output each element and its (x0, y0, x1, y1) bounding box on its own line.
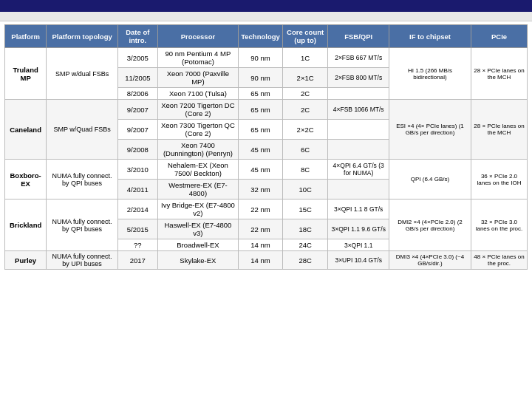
column-header: PCIe (471, 25, 528, 48)
column-header: FSB/QPI (328, 25, 389, 48)
date-cell: 9/2007 (117, 120, 157, 140)
tech-cell: 90 nm (239, 48, 283, 68)
fsb-cell (328, 120, 389, 140)
cores-cell: 10C (282, 180, 328, 200)
date-cell: 4/2011 (117, 180, 157, 200)
processor-cell: Xeon 7100 (Tulsa) (157, 88, 239, 100)
cores-cell: 2×1C (282, 68, 328, 88)
topology-cell: SMP w/dual FSBs (47, 48, 118, 100)
fsb-cell: 2×FSB 667 MT/s (328, 48, 389, 68)
table-body: Truland MPSMP w/dual FSBs3/200590 nm Pen… (5, 48, 528, 270)
fsb-cell (328, 88, 389, 100)
fsb-cell (328, 180, 389, 200)
table-row: Truland MPSMP w/dual FSBs3/200590 nm Pen… (5, 48, 528, 68)
processor-cell: Xeon 7000 (Paxville MP) (157, 68, 239, 88)
column-header: IF to chipset (389, 25, 471, 48)
if-cell: DMI3 ×4 (4×PCIe 3.0) (~4 GB/s/dir.) (389, 251, 471, 270)
processor-cell: Xeon 7200 Tigerton DC (Core 2) (157, 100, 239, 120)
topology-cell: NUMA fully connect. by QPI buses (47, 160, 118, 200)
processor-cell: Skylake-EX (157, 251, 239, 270)
date-cell: 8/2006 (117, 88, 157, 100)
topology-cell: SMP w/Quad FSBs (47, 100, 118, 160)
processor-cell: 90 nm Pentium 4 MP (Potomac) (157, 48, 239, 68)
pcie-cell: 28 × PCIe lanes on the MCH (471, 48, 528, 100)
tech-cell: 45 nm (239, 140, 283, 160)
processor-cell: Haswell-EX (E7-4800 v3) (157, 219, 239, 239)
date-cell: 11/2005 (117, 68, 157, 88)
cores-cell: 2C (282, 88, 328, 100)
table-row: Boxboro-EXNUMA fully connect. by QPI bus… (5, 160, 528, 180)
platform-cell: Brickland (5, 200, 47, 251)
tech-cell: 45 nm (239, 160, 283, 180)
fsb-cell: 2×FSB 800 MT/s (328, 68, 389, 88)
processor-cell: Xeon 7400 (Dunnington) (Penryn) (157, 140, 239, 160)
table-row: CanelandSMP w/Quad FSBs9/2007Xeon 7200 T… (5, 100, 528, 120)
fsb-cell: 4×FSB 1066 MT/s (328, 100, 389, 120)
date-cell: 3/2005 (117, 48, 157, 68)
processor-cell: Xeon 7300 Tigerton QC (Core 2) (157, 120, 239, 140)
main-table: PlatformPlatform topologyDate of intro.P… (4, 24, 528, 270)
tech-cell: 22 nm (239, 219, 283, 239)
cores-cell: 8C (282, 160, 328, 180)
cores-cell: 24C (282, 239, 328, 251)
subtitle (0, 12, 532, 21)
table-row: PurleyNUMA fully connect. by UPI buses20… (5, 251, 528, 270)
column-header: Technology (239, 25, 283, 48)
pcie-cell: 28 × PCIe lanes on the MCH (471, 100, 528, 160)
if-cell: HI 1.5 (266 MB/s bidirectional) (389, 48, 471, 100)
fsb-cell: 3×UPI 10.4 GT/s (328, 251, 389, 270)
fsb-cell: 3×QPI 1.1 9.6 GT/s (328, 219, 389, 239)
tech-cell: 32 nm (239, 180, 283, 200)
processor-cell: Westmere-EX (E7-4800) (157, 180, 239, 200)
tech-cell: 22 nm (239, 200, 283, 219)
processor-cell: Broadwell-EX (157, 239, 239, 251)
date-cell: 9/2008 (117, 140, 157, 160)
tech-cell: 65 nm (239, 88, 283, 100)
date-cell: ?? (117, 239, 157, 251)
platform-cell: Truland MP (5, 48, 47, 100)
pcie-cell: 48 × PCIe lanes on the proc. (471, 251, 528, 270)
column-header: Processor (157, 25, 239, 48)
date-cell: 3/2010 (117, 160, 157, 180)
processor-cell: Ivy Bridge-EX (E7-4800 v2) (157, 200, 239, 219)
date-cell: 2/2014 (117, 200, 157, 219)
tech-cell: 65 nm (239, 100, 283, 120)
cores-cell: 15C (282, 200, 328, 219)
table-row: BricklandNUMA fully connect. by QPI buse… (5, 200, 528, 219)
topology-cell: NUMA fully connect. by QPI buses (47, 200, 118, 251)
tech-cell: 65 nm (239, 120, 283, 140)
table-header: PlatformPlatform topologyDate of intro.P… (5, 25, 528, 48)
pcie-cell: 36 × PCIe 2.0 lanes on the IOH (471, 160, 528, 200)
cores-cell: 1C (282, 48, 328, 68)
if-cell: DMI2 ×4 (4×PCIe 2.0) (2 GB/s per directi… (389, 200, 471, 251)
cores-cell: 28C (282, 251, 328, 270)
cores-cell: 18C (282, 219, 328, 239)
if-cell: QPI (6.4 GB/s) (389, 160, 471, 200)
pcie-cell: 32 × PCIe 3.0 lanes on the proc. (471, 200, 528, 251)
column-header: Platform topology (47, 25, 118, 48)
platform-cell: Purley (5, 251, 47, 270)
fsb-cell: 3×QPI 1.1 8 GT/s (328, 200, 389, 219)
tech-cell: 14 nm (239, 251, 283, 270)
cores-cell: 2×2C (282, 120, 328, 140)
title-bar (0, 0, 532, 12)
topology-cell: NUMA fully connect. by UPI buses (47, 251, 118, 270)
processor-cell: Nehalem-EX (Xeon 7500/ Beckton) (157, 160, 239, 180)
date-cell: 5/2015 (117, 219, 157, 239)
fsb-cell: 4×QPI 6.4 GT/s (3 for NUMA) (328, 160, 389, 180)
column-header: Platform (5, 25, 47, 48)
tech-cell: 14 nm (239, 239, 283, 251)
column-header: Date of intro. (117, 25, 157, 48)
tech-cell: 90 nm (239, 68, 283, 88)
fsb-cell: 3×QPI 1.1 (328, 239, 389, 251)
cores-cell: 6C (282, 140, 328, 160)
date-cell: 2017 (117, 251, 157, 270)
if-cell: ESI ×4 (4× PCIe lanes) (1 GB/s per direc… (389, 100, 471, 160)
platform-cell: Boxboro-EX (5, 160, 47, 200)
column-header: Core count (up to) (282, 25, 328, 48)
platform-cell: Caneland (5, 100, 47, 160)
fsb-cell (328, 140, 389, 160)
cores-cell: 2C (282, 100, 328, 120)
date-cell: 9/2007 (117, 100, 157, 120)
table-wrap: PlatformPlatform topologyDate of intro.P… (0, 21, 532, 273)
